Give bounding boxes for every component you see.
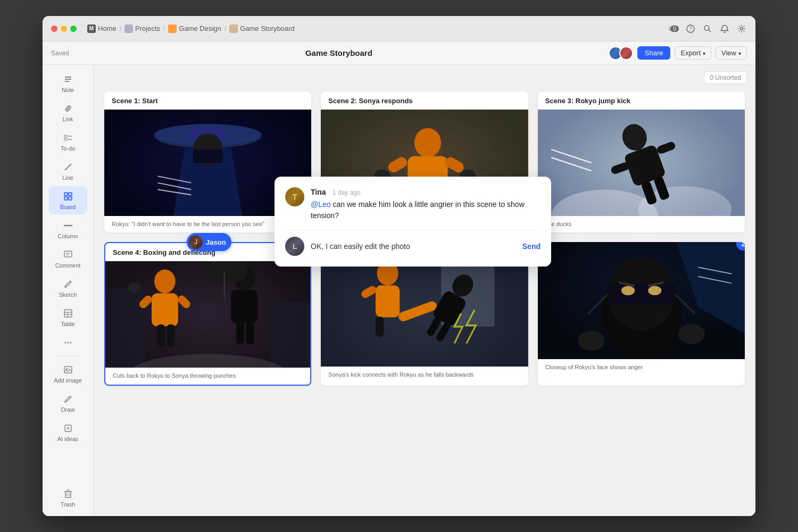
svg-rect-15 <box>64 193 68 196</box>
sidebar-item-more[interactable] <box>49 332 87 353</box>
sidebar-item-note[interactable]: Note <box>49 69 87 97</box>
comment-icon <box>62 249 74 261</box>
view-button[interactable]: View <box>716 46 747 60</box>
sidebar-item-link[interactable]: Link <box>49 98 87 127</box>
sidebar-item-table[interactable]: Table <box>49 303 87 331</box>
svg-point-28 <box>67 342 69 344</box>
sidebar-item-aiideas[interactable]: AI ideas <box>49 418 87 446</box>
sidebar-item-column[interactable]: Column <box>49 215 87 244</box>
svg-point-110 <box>678 324 704 344</box>
scene1-title: Scene 1: Start <box>104 92 311 110</box>
svg-rect-32 <box>65 425 71 431</box>
svg-rect-18 <box>69 197 72 200</box>
search-icon[interactable] <box>702 23 713 34</box>
sidebar-item-trash[interactable]: Trash <box>49 484 87 512</box>
sidebar-item-board[interactable]: Board <box>49 186 87 214</box>
sketch-label: Sketch <box>59 292 77 298</box>
svg-line-14 <box>65 164 71 170</box>
breadcrumb-sep-3: / <box>225 25 226 32</box>
line-label: Line <box>62 174 73 181</box>
sidebar-item-todo[interactable]: To-do <box>49 128 87 156</box>
svg-rect-12 <box>64 138 67 140</box>
export-label: Export <box>680 49 701 57</box>
column-label: Column <box>58 233 78 239</box>
svg-point-29 <box>70 342 71 344</box>
comment-body-tina: Tina 1 day ago @Leo can we make him look… <box>311 187 541 221</box>
column-icon <box>62 220 74 231</box>
canvas[interactable]: 0 Unsorted Scene 1: Start <box>94 65 755 516</box>
scene3-title: Scene 3: Rokyo jump kick <box>538 92 745 110</box>
close-button[interactable] <box>51 26 57 32</box>
sidebar: Note Link To-do Line <box>43 65 94 516</box>
mobile-icon[interactable]: 0 <box>668 23 679 34</box>
line-icon <box>62 161 74 173</box>
more-icon <box>62 337 74 348</box>
sidebar-item-comment[interactable]: Comment <box>49 245 87 273</box>
svg-rect-34 <box>65 492 71 497</box>
comment-mention[interactable]: @Leo <box>311 200 331 209</box>
comment-author-tina: Tina <box>311 188 326 196</box>
scene3-image <box>538 110 745 216</box>
breadcrumb-gamedesign-label: Game Design <box>179 24 221 32</box>
aiideas-icon <box>62 422 74 434</box>
draw-icon <box>62 393 74 405</box>
breadcrumb-sep-2: / <box>163 25 165 32</box>
minimize-button[interactable] <box>61 26 67 32</box>
settings-icon[interactable] <box>736 23 747 34</box>
scene-card-6[interactable]: Closeup of Rokyu's face shows anger 2 <box>538 242 745 385</box>
sidebar-item-sketch[interactable]: Sketch <box>49 274 87 302</box>
scene4-image <box>105 261 310 368</box>
sketch-icon <box>62 278 74 290</box>
unsorted-badge: 0 Unsorted <box>704 71 747 84</box>
svg-text:?: ? <box>689 26 692 32</box>
share-button[interactable]: Share <box>637 46 671 60</box>
help-icon[interactable]: ? <box>685 23 696 34</box>
trash-label: Trash <box>61 501 76 508</box>
todo-label: To-do <box>61 145 76 152</box>
breadcrumb-projects[interactable]: Projects <box>124 24 160 33</box>
scene-card-3[interactable]: Scene 3: Rokyo jump kick <box>538 92 745 232</box>
note-icon <box>62 73 74 85</box>
breadcrumb-gamedesign[interactable]: Game Design <box>168 24 221 33</box>
scene2-title: Scene 2: Sonya responds <box>321 92 528 110</box>
addimage-label: Add image <box>54 377 82 384</box>
titlebar-icons: 0 ? <box>668 23 747 34</box>
board-label: Board <box>60 204 76 210</box>
notification-icon[interactable] <box>719 23 730 34</box>
comment-text-tina: @Leo can we make him look a little angri… <box>311 199 541 221</box>
mobile-badge: 0 <box>670 26 679 32</box>
view-label: View <box>721 49 736 57</box>
board-icon <box>62 190 74 202</box>
titlebar: M Home / Projects / Game Design / Game S… <box>43 16 755 41</box>
breadcrumb-home[interactable]: M Home <box>87 24 117 33</box>
addimage-icon <box>62 364 74 376</box>
breadcrumb-storyboard[interactable]: Game Storyboard <box>229 24 295 33</box>
comment-avatar-tina: T <box>285 187 304 206</box>
maximize-button[interactable] <box>70 26 77 32</box>
comment-entry-tina: T Tina 1 day ago @Leo can we make him lo… <box>285 187 541 221</box>
send-button[interactable]: Send <box>522 242 541 251</box>
gamedesign-icon <box>168 24 177 33</box>
breadcrumb-sep-1: / <box>120 25 121 32</box>
link-icon <box>62 103 74 114</box>
export-button[interactable]: Export <box>675 46 711 60</box>
svg-rect-92 <box>376 317 384 337</box>
cursor-badge-jason: J Jason <box>187 233 231 251</box>
svg-rect-30 <box>64 367 72 373</box>
comment-reply-area[interactable]: L Send <box>285 230 541 256</box>
svg-rect-23 <box>64 310 72 317</box>
table-icon <box>62 307 74 319</box>
scene6-image <box>538 242 745 359</box>
reply-input[interactable] <box>311 242 516 251</box>
sidebar-item-addimage[interactable]: Add image <box>49 360 87 388</box>
app-window: M Home / Projects / Game Design / Game S… <box>43 16 755 516</box>
link-label: Link <box>62 116 73 122</box>
comment-avatar-leo: L <box>285 237 304 256</box>
scene4-caption: Cuts back to Rokyu to Sonya throwing pun… <box>105 368 310 384</box>
sidebar-item-line[interactable]: Line <box>49 157 87 185</box>
svg-rect-10 <box>64 135 67 137</box>
sidebar-item-draw[interactable]: Draw <box>49 389 87 417</box>
comment-text-body: can we make him look a little angrier in… <box>311 200 525 220</box>
saved-status: Saved <box>51 49 69 57</box>
comment-popup[interactable]: T Tina 1 day ago @Leo can we make him lo… <box>275 177 551 267</box>
